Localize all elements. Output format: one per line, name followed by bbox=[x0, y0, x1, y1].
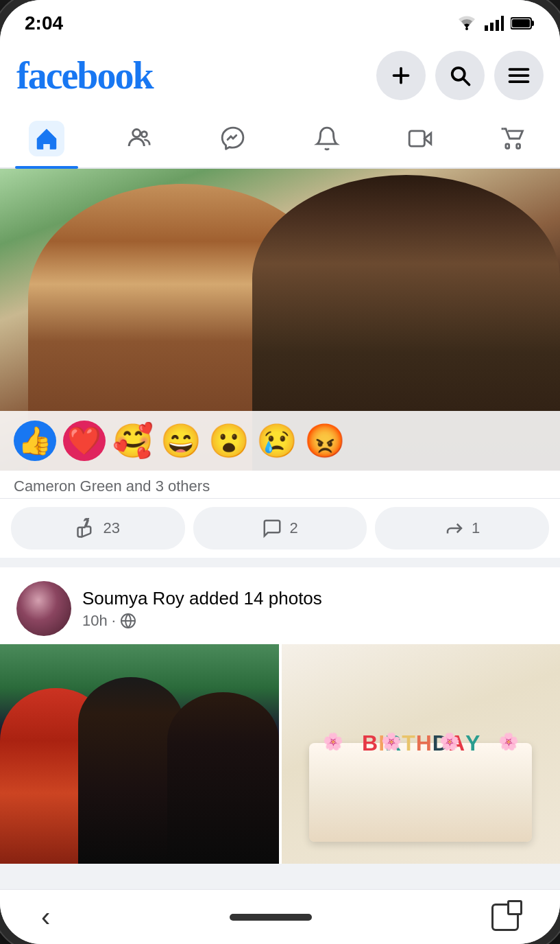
comment-icon bbox=[262, 518, 282, 539]
video-icon bbox=[407, 126, 433, 152]
post-time: 10h · bbox=[82, 612, 544, 630]
svg-point-16 bbox=[142, 132, 147, 137]
back-button[interactable]: ‹ bbox=[41, 901, 50, 932]
post-image: 👍 ❤️ 🥰 😄 😮 😢 😡 bbox=[0, 169, 560, 471]
battery-icon bbox=[511, 16, 535, 30]
home-indicator[interactable] bbox=[230, 914, 312, 921]
svg-rect-6 bbox=[531, 21, 534, 26]
nav-item-video[interactable] bbox=[389, 114, 452, 163]
nav-item-home[interactable] bbox=[15, 114, 78, 163]
like-button[interactable]: 23 bbox=[11, 507, 185, 550]
home-icon-container bbox=[29, 121, 64, 156]
svg-rect-17 bbox=[409, 131, 424, 146]
nav-item-notifications[interactable] bbox=[295, 114, 358, 163]
photo-grid: B I R T H D A Y 🌸 🌸 bbox=[0, 644, 560, 864]
post-header-2: Soumya Roy added 14 photos 10h · bbox=[0, 567, 560, 644]
post-actions: 23 2 1 bbox=[0, 498, 560, 558]
author-avatar bbox=[16, 581, 71, 636]
video-icon-container bbox=[402, 121, 438, 156]
svg-rect-2 bbox=[490, 23, 494, 31]
signal-icon bbox=[485, 16, 504, 31]
status-icons bbox=[456, 16, 535, 31]
svg-rect-3 bbox=[496, 20, 499, 31]
likes-row: Cameron Green and 3 others bbox=[0, 471, 560, 498]
globe-icon bbox=[120, 613, 136, 629]
avatar-image bbox=[16, 581, 71, 636]
wifi-icon bbox=[456, 16, 478, 31]
cake-photo: B I R T H D A Y 🌸 🌸 bbox=[282, 644, 561, 864]
reactions-overlay: 👍 ❤️ 🥰 😄 😮 😢 😡 bbox=[0, 411, 560, 471]
notifications-icon-container bbox=[309, 121, 345, 156]
search-icon bbox=[448, 63, 472, 88]
header: facebook bbox=[0, 41, 560, 108]
friends-icon-container bbox=[122, 121, 158, 156]
post-card-2: Soumya Roy added 14 photos 10h · bbox=[0, 567, 560, 864]
search-button[interactable] bbox=[435, 51, 485, 100]
nav-item-marketplace[interactable] bbox=[482, 114, 545, 163]
post-author: Soumya Roy added 14 photos bbox=[82, 588, 544, 609]
post-meta: Soumya Roy added 14 photos 10h · bbox=[82, 588, 544, 630]
svg-rect-4 bbox=[501, 16, 504, 31]
reaction-sad[interactable]: 😢 bbox=[256, 422, 297, 460]
header-actions bbox=[376, 51, 544, 100]
hamburger-icon bbox=[507, 63, 531, 88]
add-button[interactable] bbox=[376, 51, 426, 100]
facebook-logo: facebook bbox=[16, 56, 153, 95]
reaction-wow[interactable]: 😮 bbox=[208, 422, 249, 460]
messenger-icon-container bbox=[215, 121, 251, 156]
plus-icon bbox=[389, 63, 413, 88]
status-bar: 2:04 bbox=[0, 0, 560, 41]
rotate-button[interactable] bbox=[491, 904, 519, 931]
like-count: 23 bbox=[104, 519, 120, 537]
nav-item-friends[interactable] bbox=[108, 114, 171, 163]
reaction-love[interactable]: ❤️ bbox=[63, 421, 106, 461]
photo-cell-2[interactable]: B I R T H D A Y 🌸 🌸 bbox=[282, 644, 561, 864]
marketplace-icon-container bbox=[496, 121, 531, 156]
marketplace-icon bbox=[500, 126, 526, 152]
bottom-system-bar: ‹ bbox=[0, 889, 560, 944]
share-button[interactable]: 1 bbox=[375, 507, 549, 550]
reaction-like[interactable]: 👍 bbox=[14, 421, 56, 461]
svg-point-15 bbox=[133, 130, 141, 137]
reaction-angry[interactable]: 😡 bbox=[304, 422, 345, 460]
likes-text: Cameron Green and 3 others bbox=[14, 477, 210, 495]
share-count: 1 bbox=[472, 519, 480, 537]
post-card-1: 👍 ❤️ 🥰 😄 😮 😢 😡 Cameron Green and 3 other… bbox=[0, 169, 560, 558]
status-time: 2:04 bbox=[25, 12, 63, 34]
share-icon bbox=[444, 518, 465, 539]
reaction-care[interactable]: 🥰 bbox=[112, 422, 154, 460]
comment-button[interactable]: 2 bbox=[193, 507, 367, 550]
group-photo bbox=[0, 644, 279, 864]
svg-line-11 bbox=[463, 79, 469, 84]
reaction-haha[interactable]: 😄 bbox=[160, 422, 202, 460]
friends-icon bbox=[127, 126, 153, 152]
svg-rect-20 bbox=[517, 144, 520, 148]
svg-point-0 bbox=[465, 27, 468, 30]
thumbs-up-icon bbox=[76, 518, 97, 539]
comment-count: 2 bbox=[289, 519, 297, 537]
nav-bar bbox=[0, 108, 560, 169]
photo-count: 14 photos bbox=[244, 588, 322, 609]
svg-rect-1 bbox=[485, 25, 488, 31]
home-icon bbox=[34, 126, 60, 152]
nav-item-messenger[interactable] bbox=[202, 114, 265, 163]
feed: 👍 ❤️ 🥰 😄 😮 😢 😡 Cameron Green and 3 other… bbox=[0, 169, 560, 889]
messenger-icon bbox=[220, 126, 246, 152]
menu-button[interactable] bbox=[494, 51, 544, 100]
svg-rect-19 bbox=[506, 144, 509, 148]
bell-icon bbox=[314, 126, 340, 152]
phone-frame: 2:04 facebook bbox=[0, 0, 560, 944]
svg-rect-7 bbox=[512, 19, 530, 27]
photo-cell-1[interactable] bbox=[0, 644, 279, 864]
